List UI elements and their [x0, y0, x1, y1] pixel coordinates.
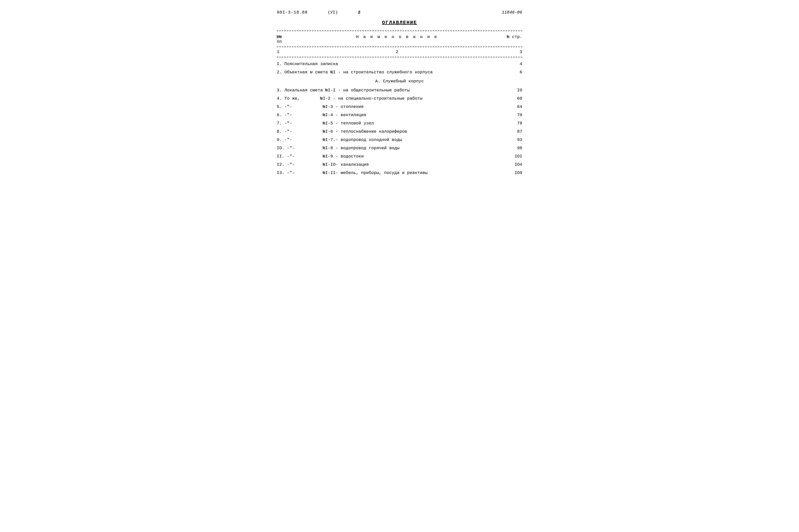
- list-item: I2. -"- №I-IO- канализация IO4: [277, 160, 522, 169]
- doc-page-num: 2: [358, 10, 360, 15]
- item-page: 64: [497, 104, 522, 109]
- item-page: 60: [497, 96, 522, 101]
- item-desc-sub: №I-8 - водопровод горячей воды: [323, 146, 400, 150]
- item-page: 98: [497, 146, 522, 150]
- item-num: 7.: [277, 121, 284, 126]
- list-item: 7. -"- №I-5 - тепловой узел 78: [277, 119, 522, 128]
- list-item: 4. То же, №I-2 - на специально-строитель…: [277, 94, 522, 103]
- col-page-header: № стр.: [497, 35, 522, 44]
- list-item: 8. -"- №I-6 - теплоснабжение калориферов…: [277, 128, 522, 136]
- item-text: 8. -"- №I-6 - теплоснабжение калориферов: [277, 129, 497, 134]
- item-desc-main: -"-: [287, 146, 295, 150]
- table-header: №№пп Н а и м е н о в а н и е № стр.: [277, 33, 522, 45]
- item-text: 3. Локальная смета №I-I - на общестроите…: [277, 88, 497, 93]
- item-text: 2. Объектная м смета №I - на строительст…: [277, 70, 497, 75]
- item-spacer: [295, 129, 320, 134]
- item-desc-sub: №I-II- мебель, приборы, посуда и реактив…: [323, 170, 428, 175]
- item-page: IO4: [497, 162, 522, 167]
- item-num: I2.: [277, 162, 287, 167]
- item-num: 2.: [277, 70, 284, 75]
- item-page: 93: [497, 137, 522, 142]
- item-desc-main: -"-: [287, 154, 295, 159]
- item-desc-main: -"-: [284, 121, 292, 126]
- item-num: I3.: [277, 170, 287, 175]
- header: 90I-3-18.88 (УI) 2 11846-06: [277, 10, 522, 15]
- item-spacer: [295, 104, 320, 109]
- item-num: 5.: [277, 104, 284, 109]
- item-num: 4.: [277, 96, 284, 101]
- list-item: II. -"- №I-9 - водостоки IOI: [277, 152, 522, 160]
- list-item: I. Пояснительная записка 4: [277, 60, 522, 68]
- page-title: ОГЛАВЛЕНИЕ: [277, 20, 522, 25]
- item-page: 87: [497, 129, 522, 134]
- item-page: 78: [497, 121, 522, 126]
- item-spacer: [297, 162, 320, 167]
- item-text: 4. То же, №I-2 - на специально-строитель…: [277, 96, 497, 101]
- item-desc: Локальная смета №I-I - на общестроительн…: [284, 88, 410, 93]
- item-num: II.: [277, 154, 287, 159]
- item-text: 7. -"- №I-5 - тепловой узел: [277, 121, 497, 126]
- item-page: 6: [497, 70, 522, 75]
- item-text: I3. -"- №I-II- мебель, приборы, посуда и…: [277, 170, 497, 175]
- item-desc-sub: №I-6 - теплоснабжение калориферов: [323, 129, 407, 134]
- index-2: 2: [297, 50, 497, 54]
- list-item: 6. -"- №I-4 - вентиляция 70: [277, 111, 522, 119]
- item-text: IO. -"- №I-8 - водопровод горячей воды: [277, 146, 497, 150]
- list-item: IO. -"- №I-8 - водопровод горячей воды 9…: [277, 144, 522, 152]
- item-desc-sub: №I-7.- водопровод холодной воды: [323, 137, 402, 142]
- item-text: II. -"- №I-9 - водостоки: [277, 154, 497, 159]
- item-num: 9.: [277, 137, 284, 142]
- item-desc-main: -"-: [287, 170, 295, 175]
- item-spacer: [295, 121, 320, 126]
- item-page: IO9: [497, 170, 522, 175]
- item-page: IOI: [497, 154, 522, 159]
- subsection-title: А. Служебный корпус: [277, 76, 522, 86]
- divider-index-bottom: [277, 57, 522, 57]
- divider-top: [277, 31, 522, 31]
- col-num-label: №№пп: [277, 35, 282, 44]
- item-desc: Пояснительная записка: [284, 62, 338, 66]
- header-left: 90I-3-18.88 (УI) 2: [277, 10, 360, 15]
- item-spacer: [297, 170, 320, 175]
- item-desc-main: То же,: [284, 96, 300, 101]
- item-desc-sub: №I-9 - водостоки: [323, 154, 364, 159]
- item-desc-sub: №I-4 - вентиляция: [323, 113, 366, 117]
- item-desc-main: -"-: [284, 113, 292, 117]
- item-text: 9. -"- №I-7.- водопровод холодной воды: [277, 137, 497, 142]
- item-desc-sub: №I-3 - отопление: [323, 104, 364, 109]
- item-desc-main: -"-: [287, 162, 295, 167]
- item-spacer: [297, 154, 320, 159]
- item-desc-main: -"-: [284, 137, 292, 142]
- content-section: I. Пояснительная записка 4 2. Объектная …: [277, 60, 522, 177]
- list-item: 3. Локальная смета №I-I - на общестроите…: [277, 86, 522, 94]
- doc-section: (УI): [328, 10, 338, 15]
- list-item: 5. -"- №I-3 - отопление 64: [277, 103, 522, 111]
- item-desc-sub: №I-IO- канализация: [323, 162, 369, 167]
- item-text: 5. -"- №I-3 - отопление: [277, 104, 497, 109]
- col-num-header: №№пп: [277, 35, 297, 44]
- list-item: 2. Объектная м смета №I - на строительст…: [277, 68, 522, 76]
- item-page: 70: [497, 113, 522, 117]
- item-num: 8.: [277, 129, 284, 134]
- col-name-header: Н а и м е н о в а н и е: [297, 35, 497, 44]
- list-item: 9. -"- №I-7.- водопровод холодной воды 9…: [277, 136, 522, 144]
- item-page: IO: [497, 88, 522, 93]
- item-page: 4: [497, 62, 522, 66]
- item-desc-main: -"-: [284, 104, 292, 109]
- item-spacer: [297, 146, 320, 150]
- doc-id: 11846-06: [502, 10, 522, 15]
- item-spacer: [295, 137, 320, 142]
- item-num: 6.: [277, 113, 284, 117]
- list-item: I3. -"- №I-II- мебель, приборы, посуда и…: [277, 169, 522, 177]
- item-num: IO.: [277, 146, 287, 150]
- item-desc-main: -"-: [284, 129, 292, 134]
- item-num: I.: [277, 62, 284, 66]
- doc-number: 90I-3-18.88: [277, 10, 308, 15]
- item-text: I2. -"- №I-IO- канализация: [277, 162, 497, 167]
- item-desc-sub: №I-2 - на специально-строительные работы: [320, 96, 422, 101]
- index-3: 3: [497, 50, 522, 54]
- item-spacer: [295, 113, 320, 117]
- item-text: I. Пояснительная записка: [277, 62, 497, 66]
- item-desc: Объектная м смета №I - на строительство …: [284, 70, 433, 75]
- index-row: 1 2 3: [277, 49, 522, 55]
